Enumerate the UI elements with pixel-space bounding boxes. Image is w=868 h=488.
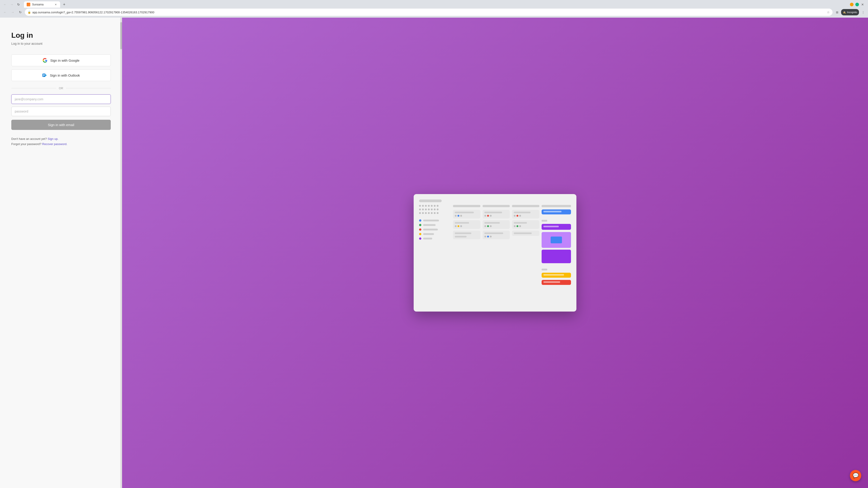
- dot: [431, 208, 433, 210]
- dot: [437, 212, 438, 214]
- dot: [431, 212, 433, 214]
- outlook-signin-button[interactable]: Sign in with Outlook: [11, 69, 111, 81]
- no-account-row: Don't have an account yet? Sign up.: [11, 136, 111, 141]
- card-bar: [455, 222, 469, 224]
- scrollbar-track[interactable]: [120, 18, 122, 488]
- card-bar: [455, 236, 467, 237]
- preview-header: [419, 199, 571, 202]
- col-header-1: [453, 205, 480, 207]
- login-subtitle: Log in to your account: [11, 42, 111, 45]
- task-item-blue: [419, 219, 451, 222]
- dot: [428, 212, 430, 214]
- task-item-purple: [419, 237, 451, 240]
- dot: [434, 208, 436, 210]
- cal-block-blue: [541, 209, 571, 215]
- email-input[interactable]: [11, 94, 111, 104]
- preview-col-1: [453, 205, 480, 306]
- active-tab[interactable]: Sunsama ✕: [24, 1, 60, 8]
- scrollbar-thumb[interactable]: [120, 22, 122, 49]
- cal-block-light-purple: [541, 232, 571, 248]
- dot: [487, 236, 489, 237]
- dot-grid-row-2: [419, 208, 451, 210]
- dot: [485, 236, 486, 237]
- col-card-9: [512, 231, 539, 236]
- browser-chrome: ← → ↻ Sunsama ✕ + — □ ✕ ← → ↻ 🔒 app.suns…: [0, 0, 868, 18]
- card-dots: [514, 225, 537, 227]
- col-card-1: [453, 210, 480, 219]
- dot: [514, 215, 516, 217]
- dot: [428, 208, 430, 210]
- dot: [485, 225, 486, 227]
- dot: [455, 215, 457, 217]
- nav-forward-button[interactable]: →: [9, 9, 16, 15]
- bookmark-icon[interactable]: ☆: [827, 10, 830, 14]
- preview-header-bar: [419, 199, 442, 202]
- dot: [487, 225, 489, 227]
- new-tab-button[interactable]: +: [61, 1, 67, 8]
- minimize-button[interactable]: —: [850, 3, 854, 6]
- card-dots: [455, 225, 478, 227]
- col-card-4: [483, 210, 510, 219]
- tab-close-button[interactable]: ✕: [54, 3, 57, 6]
- back-button[interactable]: ←: [2, 1, 8, 8]
- chat-button[interactable]: 💬: [850, 470, 861, 481]
- nav-back-button[interactable]: ←: [2, 9, 8, 15]
- recover-link[interactable]: Recover password.: [42, 142, 67, 146]
- dot-grid-row-3: [419, 212, 451, 214]
- forward-button[interactable]: →: [8, 1, 15, 8]
- task-bar: [423, 220, 439, 221]
- col-header-2: [483, 205, 510, 207]
- forgot-password-row: Forgot your password? Recover password.: [11, 141, 111, 147]
- svg-rect-1: [43, 74, 44, 75]
- chat-icon: 💬: [852, 473, 859, 479]
- card-bar: [455, 212, 474, 213]
- task-dot-purple: [419, 237, 421, 240]
- url-bar[interactable]: 🔒 app.sunsama.com/login?_ga=2.75597981.9…: [25, 8, 833, 16]
- cal-block-purple: [541, 224, 571, 230]
- task-dot-green: [419, 224, 421, 226]
- incognito-icon: 🕵: [843, 11, 846, 14]
- task-dot-blue: [419, 219, 421, 222]
- address-extras: ⊞ 🕵 Incognito ⋮: [834, 9, 866, 15]
- outlook-icon: [42, 73, 47, 78]
- url-text: app.sunsama.com/login?_ga=2.75597981.906…: [32, 11, 826, 14]
- signup-link[interactable]: Sign up.: [48, 137, 59, 140]
- card-bar: [514, 222, 527, 224]
- close-window-button[interactable]: ✕: [861, 3, 864, 6]
- tab-favicon: [27, 3, 30, 6]
- maximize-button[interactable]: □: [855, 3, 859, 6]
- card-dots: [485, 236, 508, 237]
- dot: [460, 225, 462, 227]
- dot: [425, 212, 427, 214]
- dot: [437, 205, 438, 207]
- dot: [519, 225, 521, 227]
- app-preview: [414, 194, 577, 312]
- task-item-red: [419, 228, 451, 231]
- dot: [422, 208, 424, 210]
- nav-reload-button[interactable]: ↻: [17, 9, 24, 15]
- extensions-button[interactable]: ⊞: [834, 9, 840, 15]
- cal-block-red: [541, 280, 571, 285]
- card-bar: [455, 232, 471, 234]
- reload-button[interactable]: ↻: [16, 1, 22, 8]
- dot: [455, 225, 457, 227]
- task-bar: [423, 238, 432, 239]
- cal-block-purple-large: [541, 250, 571, 263]
- or-divider: OR: [11, 87, 111, 90]
- google-signin-button[interactable]: Sign in with Google: [11, 55, 111, 66]
- preview-col-3: [512, 205, 539, 306]
- card-bar: [514, 232, 532, 234]
- task-dot-yellow: [419, 233, 421, 235]
- card-bar: [485, 212, 502, 213]
- incognito-badge: 🕵 Incognito: [841, 9, 859, 15]
- task-bar: [423, 224, 436, 226]
- menu-button[interactable]: ⋮: [860, 9, 866, 15]
- google-icon: [42, 58, 48, 63]
- password-input[interactable]: [11, 107, 111, 116]
- email-signin-button[interactable]: Sign in with email: [11, 120, 111, 130]
- dot: [419, 212, 421, 214]
- dot: [519, 215, 521, 217]
- dot: [434, 205, 436, 207]
- dot: [422, 205, 424, 207]
- col-card-7: [512, 210, 539, 219]
